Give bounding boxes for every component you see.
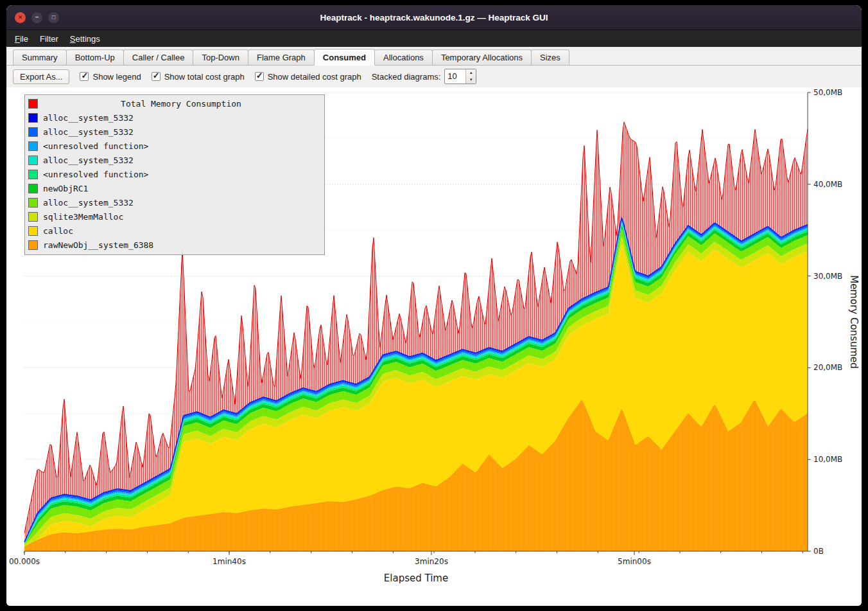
legend-swatch [28,184,38,193]
legend-swatch [28,113,38,123]
legend-entry-label: sqlite3MemMalloc [43,212,123,222]
checkbox-group: Show legendShow total cost graphShow det… [80,72,361,82]
svg-text:5min00s: 5min00s [618,557,651,566]
legend-entry: alloc__system_5332 [25,153,324,167]
menu-settings[interactable]: Settings [64,31,106,46]
checkbox-box [255,72,264,81]
tab-summary[interactable]: Summary [13,49,67,65]
legend-swatch [28,141,38,151]
app-window: Heaptrack - heaptrack.wakunode.1.gz — He… [6,5,862,606]
svg-text:0B: 0B [813,547,824,556]
legend-swatch [28,212,38,222]
minimize-button[interactable] [31,12,42,23]
export-as-button[interactable]: Export As... [13,69,69,84]
legend-entry-label: alloc__system_5332 [43,198,134,208]
window-title: Heaptrack - heaptrack.wakunode.1.gz — He… [6,13,862,22]
svg-text:Memory Consumed: Memory Consumed [848,275,860,369]
spinner-down-button[interactable] [466,76,476,84]
legend-entry-label: newObjRC1 [43,184,88,193]
legend-title-row: Total Memory Consumption [25,96,324,111]
legend-swatch [28,198,38,208]
legend-entry: <unresolved function> [25,139,324,153]
svg-text:Elapsed Time: Elapsed Time [384,572,448,584]
tab-allocations[interactable]: Allocations [374,49,433,65]
menu-filter[interactable]: Filter [34,31,64,46]
menu-bar: FileFilterSettings [6,30,862,47]
maximize-button[interactable] [48,12,59,23]
tab-flame-graph[interactable]: Flame Graph [248,49,315,65]
legend-entry: rawNewObj__system_6388 [25,238,324,252]
legend-title: Total Memory Consumption [38,99,324,109]
legend-entry-label: alloc__system_5332 [43,127,134,137]
chart-legend: Total Memory Consumption alloc__system_5… [24,94,325,255]
stacked-diagrams-label: Stacked diagrams: [372,72,441,82]
checkbox-box [80,72,89,81]
toolbar: Export As... Show legendShow total cost … [6,66,862,87]
svg-text:30,0MB: 30,0MB [813,272,842,281]
close-button[interactable] [15,12,26,23]
stacked-diagrams-spinner[interactable]: 10 [444,69,476,84]
legend-entry-label: rawNewObj__system_6388 [43,240,153,250]
legend-swatch [28,155,38,165]
tab-temporary-allocations[interactable]: Temporary Allocations [432,49,532,65]
legend-entry-label: alloc__system_5332 [43,113,134,123]
tab-bottom-up[interactable]: Bottom-Up [66,49,124,65]
legend-swatch [28,226,38,236]
menu-file[interactable]: File [9,31,34,46]
titlebar: Heaptrack - heaptrack.wakunode.1.gz — He… [6,5,862,30]
checkbox-show-total-cost-graph[interactable]: Show total cost graph [152,72,245,82]
checkbox-box [152,72,161,81]
legend-entry: alloc__system_5332 [25,125,324,139]
legend-swatch [28,170,38,179]
checkbox-label: Show detailed cost graph [268,72,361,82]
svg-text:1min40s: 1min40s [213,557,246,566]
svg-text:10,0MB: 10,0MB [813,455,842,464]
legend-entry: alloc__system_5332 [25,195,324,209]
spinner-up-button[interactable] [466,69,476,76]
spinner-arrows [465,69,476,84]
spinner-value: 10 [445,69,465,84]
tab-top-down[interactable]: Top-Down [193,49,248,65]
svg-text:3min20s: 3min20s [415,557,448,566]
legend-entry-label: <unresolved function> [43,170,148,179]
window-controls [15,12,59,23]
legend-entry: sqlite3MemMalloc [25,209,324,224]
legend-entry-label: alloc__system_5332 [43,155,134,165]
legend-rows: alloc__system_5332alloc__system_5332<unr… [25,111,324,252]
legend-entry: calloc [25,224,324,238]
legend-entry: <unresolved function> [25,167,324,181]
svg-text:50,0MB: 50,0MB [813,88,842,97]
svg-text:40,0MB: 40,0MB [813,180,842,189]
legend-entry-label: <unresolved function> [43,141,148,151]
checkbox-label: Show total cost graph [164,72,245,82]
legend-entry-label: calloc [43,226,73,236]
tab-sizes[interactable]: Sizes [531,49,569,65]
legend-entry: newObjRC1 [25,181,324,195]
legend-swatch-total [28,99,38,109]
stacked-diagrams-group: Stacked diagrams: 10 [372,69,477,84]
tab-caller-callee[interactable]: Caller / Callee [123,49,194,65]
legend-entry: alloc__system_5332 [25,111,324,125]
svg-text:20,0MB: 20,0MB [813,363,842,372]
legend-swatch [28,127,38,137]
svg-text:00.000s: 00.000s [9,557,40,566]
legend-swatch [28,240,38,250]
checkbox-label: Show legend [92,72,141,82]
tab-consumed[interactable]: Consumed [314,49,375,66]
checkbox-show-legend[interactable]: Show legend [80,72,141,82]
checkbox-show-detailed-cost-graph[interactable]: Show detailed cost graph [255,72,361,82]
chart-area: 0B10,0MB20,0MB30,0MB40,0MB50,0MB00.000s1… [6,87,862,606]
tab-bar: SummaryBottom-UpCaller / CalleeTop-DownF… [6,47,862,66]
